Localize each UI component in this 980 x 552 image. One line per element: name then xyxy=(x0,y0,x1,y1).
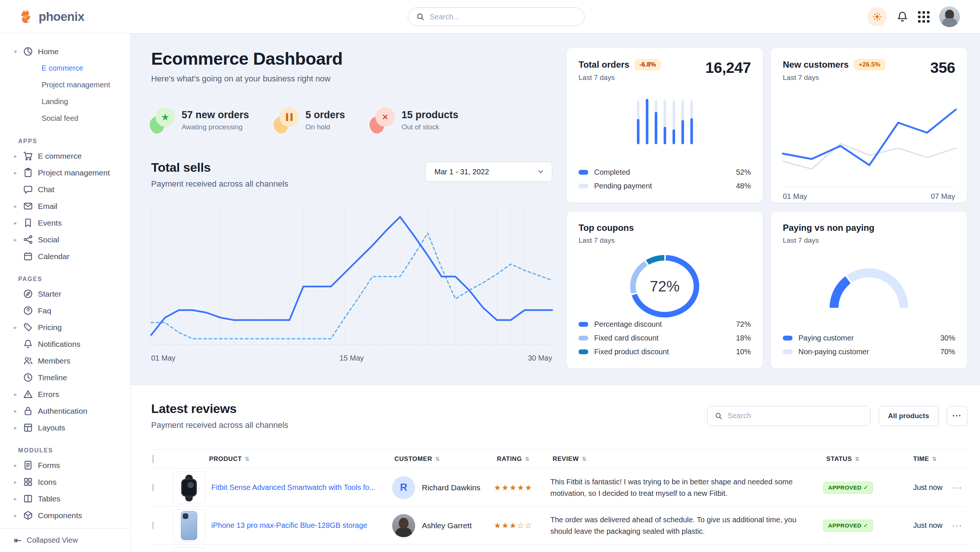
bell-icon xyxy=(896,11,908,23)
x-icon: ✕ xyxy=(375,107,395,127)
mail-icon xyxy=(23,201,33,211)
sidebar-item-label: Events xyxy=(38,219,62,228)
col-rating[interactable]: RATING xyxy=(497,455,522,463)
sidebar-item-notifications[interactable]: Notifications xyxy=(13,336,124,353)
sidebar-item-label: Starter xyxy=(38,290,61,298)
reviews-more-button[interactable]: ··· xyxy=(947,406,967,426)
axis-label: 01 May xyxy=(783,192,807,201)
sidebar-item-chat[interactable]: Chat xyxy=(13,181,124,198)
all-products-button[interactable]: All products xyxy=(879,406,939,426)
product-thumbnail[interactable] xyxy=(173,547,205,552)
latest-reviews-section: Latest reviews Payment received across a… xyxy=(131,385,980,552)
sidebar-item-timeline[interactable]: Timeline xyxy=(13,369,124,386)
col-review[interactable]: REVIEW xyxy=(552,455,579,463)
help-icon xyxy=(23,306,33,316)
sidebar-item-tables[interactable]: ▸Tables xyxy=(13,490,124,507)
legend-item: Completed52% xyxy=(579,166,751,179)
chevron-down-icon[interactable]: ▾ xyxy=(13,48,18,55)
legend-label: Completed xyxy=(594,168,630,177)
sidebar-item-members[interactable]: Members xyxy=(13,353,124,369)
product-link[interactable]: Fitbit Sense Advanced Smartwatch with To… xyxy=(211,483,375,492)
star-icon: ★ xyxy=(156,107,175,127)
axis-label: 15 May xyxy=(339,354,364,362)
sidebar-item-events[interactable]: ▸Events xyxy=(13,214,124,231)
notifications-button[interactable] xyxy=(896,11,908,23)
product-thumbnail[interactable] xyxy=(173,509,205,542)
sidebar-item-calendar[interactable]: Calendar xyxy=(13,248,124,265)
row-menu-button[interactable]: ··· xyxy=(947,483,967,493)
sidebar-item-forms[interactable]: ▸Forms xyxy=(13,457,124,474)
legend-swatch xyxy=(579,183,588,188)
clock-icon xyxy=(23,372,33,383)
col-status[interactable]: STATUS xyxy=(826,455,852,463)
legend-value: 70% xyxy=(940,348,955,356)
col-customer[interactable]: CUSTOMER xyxy=(395,455,432,463)
global-search[interactable] xyxy=(408,8,584,26)
product-link[interactable]: iPhone 13 pro max-Pacific Blue-128GB sto… xyxy=(211,521,367,530)
select-all-checkbox[interactable] xyxy=(152,455,154,463)
sidebar-item-e-commerce[interactable]: ▸E commerce xyxy=(13,148,124,164)
row-checkbox[interactable] xyxy=(152,522,154,529)
sidebar-item-faq[interactable]: Faq xyxy=(13,302,124,319)
sidebar-item-pricing[interactable]: ▸Pricing xyxy=(13,319,124,336)
cart-icon xyxy=(23,151,33,161)
search-icon xyxy=(416,13,425,21)
file-icon xyxy=(23,460,33,470)
bookmark-icon xyxy=(23,218,33,228)
sidebar-subitem-project-management[interactable]: Project management xyxy=(13,77,124,93)
sidebar-item-label: Chat xyxy=(38,185,54,194)
time-value: Just now xyxy=(904,483,947,492)
brand-logo[interactable]: phoenix xyxy=(19,9,84,24)
legend-swatch xyxy=(783,349,792,354)
sidebar-item-project-management[interactable]: ▸Project management xyxy=(13,164,124,181)
date-range-select[interactable]: Mar 1 - 31, 2022 xyxy=(425,162,552,182)
grid-icon xyxy=(23,477,33,487)
order-bar xyxy=(637,101,640,144)
sidebar-item-layouts[interactable]: ▸Layouts xyxy=(13,419,124,436)
sidebar-subitem-landing[interactable]: Landing xyxy=(13,93,124,110)
sidebar-item-email[interactable]: ▸Email xyxy=(13,198,124,214)
chevron-right-icon: ▸ xyxy=(13,391,18,398)
sidebar-item-starter[interactable]: Starter xyxy=(13,286,124,302)
product-thumbnail[interactable] xyxy=(173,471,205,504)
reviews-search-input[interactable] xyxy=(727,412,863,420)
reviews-table-body: Fitbit Sense Advanced Smartwatch with To… xyxy=(151,469,967,552)
chat-icon xyxy=(23,184,33,195)
collapsed-view-toggle[interactable]: ⇤ Collapsed View xyxy=(0,528,130,552)
sidebar-item-label: Tables xyxy=(38,495,60,503)
sidebar-item-label: Home xyxy=(38,47,59,56)
chevron-right-icon: ▸ xyxy=(13,153,18,160)
page-title: Ecommerce Dashboard xyxy=(151,48,552,69)
order-bar xyxy=(663,101,666,144)
theme-toggle-button[interactable] xyxy=(867,7,887,26)
col-time[interactable]: TIME xyxy=(913,455,929,463)
chevron-right-icon: ▸ xyxy=(13,169,18,176)
row-checkbox[interactable] xyxy=(152,483,154,491)
legend-label: Fixed product discount xyxy=(594,348,669,356)
tag-icon xyxy=(23,322,33,332)
sidebar-item-authentication[interactable]: ▸Authentication xyxy=(13,402,124,419)
sidebar-item-label: Pricing xyxy=(38,323,62,332)
sidebar-subitem-e-commerce[interactable]: E commerce xyxy=(13,60,124,77)
legend-item: Pending payment48% xyxy=(579,179,751,193)
legend-value: 18% xyxy=(736,334,751,342)
new-customers-chart: 01 May07 May xyxy=(783,94,955,201)
search-input[interactable] xyxy=(430,13,576,21)
sidebar-item-errors[interactable]: ▸Errors xyxy=(13,386,124,402)
apps-menu-button[interactable] xyxy=(918,11,929,23)
sidebar-item-label: Notifications xyxy=(38,340,80,349)
sidebar-item-social[interactable]: ▸Social xyxy=(13,231,124,248)
row-menu-button[interactable]: ··· xyxy=(947,521,967,530)
user-avatar[interactable] xyxy=(939,6,960,27)
stat-15-products: ✕15 productsOut of stock xyxy=(371,107,458,134)
sidebar-item-components[interactable]: ▸Components xyxy=(13,507,124,524)
table-icon xyxy=(23,494,33,504)
sidebar-subitem-social-feed[interactable]: Social feed xyxy=(13,110,124,127)
legend-swatch xyxy=(783,336,792,340)
reviews-search[interactable] xyxy=(707,406,870,426)
brand-name: phoenix xyxy=(39,10,84,24)
sidebar-item-icons[interactable]: ▸Icons xyxy=(13,474,124,490)
sidebar-item-home[interactable]: ▾Home xyxy=(13,43,124,60)
legend-label: Pending payment xyxy=(594,182,652,190)
col-product[interactable]: PRODUCT xyxy=(209,455,242,463)
